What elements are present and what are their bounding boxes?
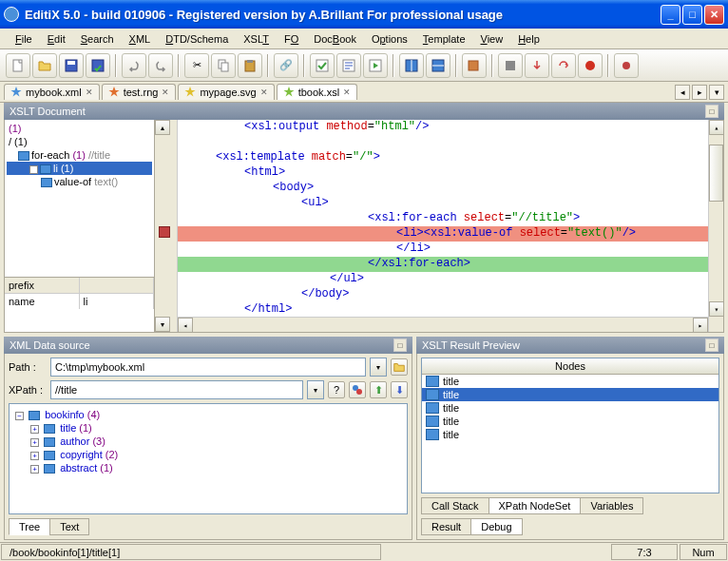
tab-next-button[interactable]: ▸ — [692, 85, 707, 100]
menu-view[interactable]: View — [473, 31, 511, 47]
nodes-row[interactable]: title — [422, 428, 718, 441]
xpath-help-button[interactable]: ? — [328, 381, 345, 398]
breakpoint-button[interactable] — [614, 53, 639, 78]
tab-close-icon[interactable]: ✕ — [162, 87, 171, 97]
cut-button[interactable]: ✂ — [184, 53, 209, 78]
tab-close-icon[interactable]: ✕ — [86, 87, 95, 97]
scroll-right-icon[interactable]: ▸ — [693, 318, 708, 332]
collapse-icon[interactable]: − — [29, 165, 38, 174]
element-icon — [41, 178, 52, 187]
validate-button[interactable] — [310, 53, 335, 78]
nodes-header: Nodes — [422, 358, 718, 375]
menu-xslt[interactable]: XSLT — [236, 31, 277, 47]
run-button[interactable] — [363, 53, 388, 78]
tree-node-li[interactable]: −li (1) — [7, 162, 152, 175]
breakpoint-marker[interactable] — [159, 226, 170, 238]
xpath-input[interactable] — [50, 380, 303, 399]
menu-file[interactable]: File — [8, 31, 40, 47]
menu-template[interactable]: Template — [415, 31, 473, 47]
path-input[interactable] — [50, 358, 366, 377]
scroll-up-button[interactable]: ▴ — [155, 120, 170, 135]
tab-mybook[interactable]: mybook.xml ✕ — [4, 84, 100, 100]
ds-tab-text[interactable]: Text — [49, 518, 89, 535]
scroll-down-icon[interactable]: ▾ — [709, 301, 723, 317]
vertical-scrollbar[interactable]: ▴ ▾ — [708, 120, 723, 332]
menu-fo[interactable]: FO — [277, 31, 306, 47]
debug-over-button[interactable] — [551, 53, 576, 78]
menu-dtd[interactable]: DTD/Schema — [158, 31, 236, 47]
nodes-row[interactable]: title — [422, 388, 718, 401]
tab-variables[interactable]: Variables — [580, 497, 643, 514]
tab-prev-button[interactable]: ◂ — [675, 85, 690, 100]
undo-button[interactable] — [122, 53, 146, 78]
ds-tree-item[interactable]: + copyright (2) — [13, 448, 403, 461]
datasource-tree[interactable]: − bookinfo (4) + title (1) + author (3) … — [9, 403, 408, 514]
tree-node[interactable]: / (1) — [7, 135, 152, 148]
tree-node-valueof[interactable]: value-of text() — [7, 175, 152, 188]
new-button[interactable] — [6, 53, 30, 78]
ds-tree-root[interactable]: − bookinfo (4) — [13, 408, 403, 421]
transform-button[interactable] — [462, 53, 487, 78]
minimize-button[interactable]: _ — [661, 5, 680, 25]
debug-stop-button[interactable] — [578, 53, 603, 78]
link-button[interactable]: 🔗 — [274, 53, 298, 78]
ds-tree-item[interactable]: + abstract (1) — [13, 461, 403, 474]
tab-close-icon[interactable]: ✕ — [260, 87, 270, 97]
scroll-down-button[interactable]: ▾ — [155, 317, 170, 332]
split-h-button[interactable] — [426, 53, 450, 78]
tab-mypage[interactable]: mypage.svg ✕ — [178, 84, 274, 100]
format-button[interactable] — [336, 53, 361, 78]
open-button[interactable] — [32, 53, 57, 78]
scroll-thumb[interactable] — [709, 145, 723, 202]
debug-into-button[interactable] — [525, 53, 549, 78]
xpath-dropdown-button[interactable]: ▾ — [307, 380, 324, 399]
panel-maximize-button[interactable]: □ — [393, 339, 407, 352]
tab-debug[interactable]: Debug — [470, 518, 522, 535]
ds-tab-tree[interactable]: Tree — [9, 518, 50, 535]
close-button[interactable]: ✕ — [704, 5, 724, 25]
save-all-button[interactable] — [86, 53, 110, 78]
tree-node[interactable]: (1) — [7, 122, 152, 135]
xpath-run-button[interactable] — [349, 381, 366, 398]
editor-gutter[interactable]: ▴ ▾ — [155, 120, 178, 332]
ds-tree-item[interactable]: + title (1) — [13, 421, 403, 435]
scroll-left-icon[interactable]: ◂ — [178, 318, 193, 332]
svg-point-20 — [356, 389, 362, 395]
browse-button[interactable] — [391, 358, 408, 376]
tab-tbook[interactable]: tbook.xsl ✕ — [277, 84, 357, 100]
tab-result[interactable]: Result — [421, 518, 471, 535]
ds-tree-item[interactable]: + author (3) — [13, 435, 403, 448]
menu-edit[interactable]: Edit — [40, 31, 73, 47]
tab-callstack[interactable]: Call Stack — [421, 497, 489, 514]
panel-maximize-button[interactable]: □ — [705, 339, 718, 352]
nodes-row[interactable]: title — [422, 375, 718, 388]
path-dropdown-button[interactable]: ▾ — [370, 358, 387, 377]
menu-options[interactable]: Options — [364, 31, 415, 47]
menu-docbook[interactable]: DocBook — [306, 31, 364, 47]
menu-xml[interactable]: XML — [122, 31, 159, 47]
xpath-next-button[interactable]: ⬇ — [391, 381, 408, 398]
redo-button[interactable] — [148, 53, 173, 78]
nodes-row[interactable]: title — [422, 415, 718, 428]
tab-test[interactable]: test.rng ✕ — [102, 84, 177, 100]
tree-node-foreach[interactable]: for-each (1) //title — [7, 148, 152, 162]
split-v-button[interactable] — [399, 53, 424, 78]
structure-tree[interactable]: (1) / (1) for-each (1) //title −li (1) v… — [5, 120, 154, 277]
tab-list-button[interactable]: ▾ — [709, 85, 724, 100]
tab-close-icon[interactable]: ✕ — [343, 87, 353, 97]
nodes-row[interactable]: title — [422, 401, 718, 415]
horizontal-scrollbar[interactable]: ◂ ▸ — [178, 317, 708, 332]
copy-button[interactable] — [211, 53, 236, 78]
paste-button[interactable] — [238, 53, 262, 78]
code-editor[interactable]: <xsl:output method="html"/> <xsl:templat… — [178, 120, 723, 332]
tab-xpath-nodeset[interactable]: XPath NodeSet — [489, 497, 582, 514]
xpath-prev-button[interactable]: ⬆ — [370, 381, 387, 398]
maximize-button[interactable]: □ — [682, 5, 702, 25]
debug-step-button[interactable] — [498, 53, 523, 78]
prop-name-value[interactable]: li — [80, 294, 155, 309]
menu-help[interactable]: Help — [510, 31, 547, 47]
save-button[interactable] — [59, 53, 84, 78]
scroll-up-icon[interactable]: ▴ — [709, 120, 723, 135]
menu-search[interactable]: Search — [73, 31, 122, 47]
panel-maximize-button[interactable]: □ — [705, 105, 718, 118]
